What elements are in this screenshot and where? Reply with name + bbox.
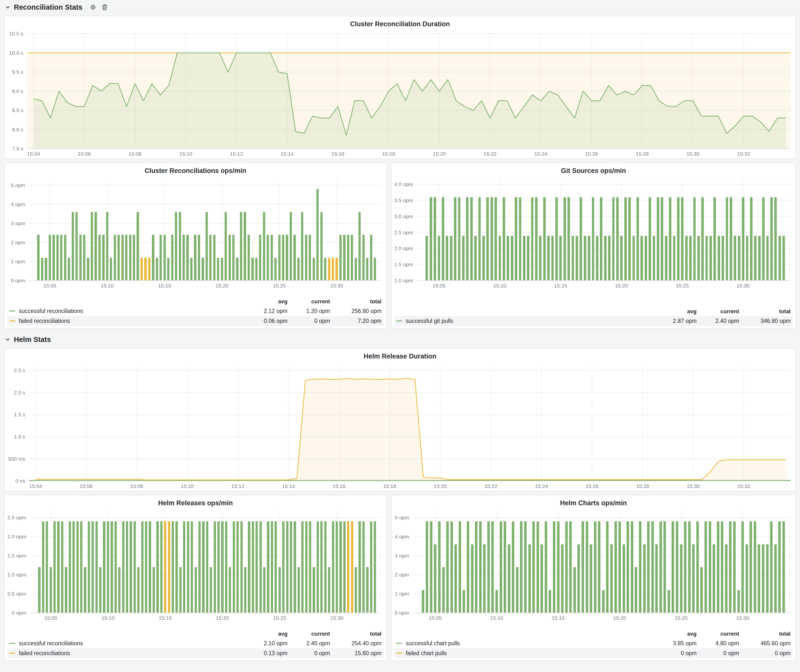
series-name: failed chart pulls [406, 650, 447, 657]
legend: avg current total successful reconciliat… [5, 629, 386, 661]
svg-text:15:15: 15:15 [552, 615, 565, 621]
svg-text:15:26: 15:26 [585, 151, 598, 157]
series-avg: 2.12 opm [245, 308, 288, 314]
svg-text:15:18: 15:18 [383, 483, 396, 489]
svg-text:15:10: 15:10 [181, 483, 194, 489]
series-color-swatch [396, 653, 402, 654]
section-title-reconciliation-stats[interactable]: Reconciliation Stats [14, 3, 82, 11]
series-avg: 0 opm [654, 650, 697, 657]
svg-text:15:25: 15:25 [273, 283, 286, 288]
svg-text:15:05: 15:05 [429, 615, 442, 621]
series-current: 4.80 opm [697, 640, 739, 647]
legend-header-avg[interactable]: avg [245, 631, 288, 637]
chevron-down-icon[interactable] [5, 337, 10, 342]
legend-series-failed-reconciliations: failed reconciliations 0.06 opm 0 opm 7.… [7, 316, 383, 326]
series-avg: 3.85 opm [654, 640, 697, 647]
legend-header-row: avg current total [394, 307, 793, 316]
svg-text:15:08: 15:08 [129, 151, 142, 157]
series-total: 465.60 opm [739, 640, 790, 647]
legend-header-current[interactable]: current [697, 631, 739, 637]
legend-header-row: avg current total [7, 629, 383, 638]
svg-text:0 opm: 0 opm [11, 278, 25, 283]
panel-helm-release-duration: Helm Release Duration 15:0415:0615:0815:… [4, 348, 796, 491]
trash-icon[interactable] [102, 4, 107, 10]
panel-title[interactable]: Cluster Reconciliation Duration [5, 16, 795, 29]
series-total: 256.80 opm [330, 308, 381, 314]
legend-header-total[interactable]: total [330, 298, 381, 305]
legend-header-total[interactable]: total [330, 631, 381, 637]
legend-header-total[interactable]: total [739, 631, 790, 637]
series-name: successful git pulls [406, 318, 453, 324]
series-total: 346.80 opm [739, 318, 790, 324]
svg-text:15:15: 15:15 [159, 615, 172, 621]
svg-text:15:28: 15:28 [636, 151, 649, 157]
svg-text:15:10: 15:10 [101, 283, 114, 288]
svg-text:15:10: 15:10 [179, 151, 192, 157]
svg-text:15:25: 15:25 [273, 615, 286, 621]
svg-text:15:24: 15:24 [534, 151, 547, 157]
row-header-helm-stats: Helm Stats [4, 334, 796, 345]
svg-text:8.5 s: 8.5 s [12, 107, 23, 113]
legend-header-current[interactable]: current [288, 298, 330, 305]
svg-text:15:16: 15:16 [331, 151, 345, 157]
panel-cluster-reconciliation-duration: Cluster Reconciliation Duration 15:0415:… [4, 16, 796, 159]
svg-text:0.5 opm: 0.5 opm [7, 591, 26, 597]
svg-text:1 opm: 1 opm [395, 591, 409, 597]
panel-title[interactable]: Helm Charts ops/min [391, 495, 795, 508]
svg-text:2.5 s: 2.5 s [14, 367, 25, 373]
svg-text:15:10: 15:10 [101, 615, 115, 621]
svg-text:15:32: 15:32 [737, 151, 750, 157]
svg-text:15:22: 15:22 [483, 151, 497, 157]
panel-title[interactable]: Cluster Reconciliations ops/min [5, 163, 386, 176]
series-current: 2.40 opm [288, 640, 330, 647]
svg-text:15:05: 15:05 [432, 283, 445, 288]
chart-cluster-reconciliations-opm[interactable]: 15:0515:1015:1515:2015:2515:300 opm1 opm… [5, 176, 386, 290]
panel-cluster-reconciliations-opm: Cluster Reconciliations ops/min 15:0515:… [4, 163, 387, 329]
panel-title[interactable]: Helm Release Duration [5, 349, 795, 361]
chart-helm-charts-opm[interactable]: 15:0515:1015:1515:2015:2515:300 opm1 opm… [391, 508, 795, 623]
legend-header-avg[interactable]: avg [654, 631, 697, 637]
chart-cluster-reconciliation-duration[interactable]: 15:0415:0615:0815:1015:1215:1415:1615:18… [5, 29, 795, 158]
chart-helm-releases-opm[interactable]: 15:0515:1015:1515:2015:2515:300 opm0.5 o… [5, 508, 386, 623]
chart-git-sources-opm[interactable]: 15:0515:1015:1515:2015:2515:301.0 opm1.5… [391, 176, 795, 290]
svg-text:15:16: 15:16 [333, 483, 346, 489]
chevron-down-icon[interactable] [5, 5, 10, 10]
legend-series-successful-chart-pulls: successful chart pulls 3.85 opm 4.80 opm… [394, 638, 793, 648]
series-name: failed reconciliations [19, 650, 70, 657]
svg-text:15:30: 15:30 [330, 615, 343, 621]
svg-text:15:25: 15:25 [676, 283, 689, 288]
legend: avg current total successful git pulls 2… [391, 307, 795, 328]
legend-header-current[interactable]: current [288, 631, 330, 637]
svg-text:15:20: 15:20 [216, 615, 229, 621]
series-name: successful reconciliations [19, 640, 83, 647]
legend-header-avg[interactable]: avg [245, 298, 288, 305]
svg-text:15:20: 15:20 [615, 283, 628, 288]
svg-text:15:15: 15:15 [158, 283, 171, 288]
svg-text:10.0 s: 10.0 s [9, 50, 23, 56]
legend-header-total[interactable]: total [739, 308, 790, 315]
chart-helm-release-duration[interactable]: 15:0415:0615:0815:1015:1215:1415:1615:18… [5, 361, 795, 491]
grafana-dashboard: Reconciliation Stats [0, 0, 800, 665]
svg-text:2 opm: 2 opm [11, 240, 25, 245]
section-title-helm-stats[interactable]: Helm Stats [14, 336, 51, 344]
svg-text:15:06: 15:06 [80, 483, 93, 489]
panel-helm-charts-opm: Helm Charts ops/min 15:0515:1015:1515:20… [391, 495, 796, 661]
svg-text:3 opm: 3 opm [11, 221, 25, 226]
svg-text:4.0 opm: 4.0 opm [394, 181, 413, 187]
svg-text:15:05: 15:05 [43, 283, 56, 288]
panel-git-sources-opm: Git Sources ops/min 15:0515:1015:1515:20… [391, 163, 796, 329]
series-avg: 0.13 opm [245, 650, 288, 657]
gear-icon[interactable] [90, 4, 96, 10]
svg-text:2.5 opm: 2.5 opm [394, 230, 413, 235]
svg-text:15:14: 15:14 [282, 483, 295, 489]
series-name: successful reconciliations [19, 308, 83, 314]
series-color-swatch [10, 643, 15, 644]
svg-text:15:15: 15:15 [554, 283, 567, 288]
legend-series-failed-chart-pulls: failed chart pulls 0 opm 0 opm 0 opm [394, 648, 793, 658]
panel-title[interactable]: Git Sources ops/min [391, 163, 795, 176]
legend-header-avg[interactable]: avg [654, 308, 697, 315]
svg-text:10.5 s: 10.5 s [9, 31, 23, 36]
panel-title[interactable]: Helm Releases ops/min [5, 495, 386, 508]
row-header-reconciliation-stats: Reconciliation Stats [4, 2, 796, 12]
legend-header-current[interactable]: current [697, 308, 739, 315]
